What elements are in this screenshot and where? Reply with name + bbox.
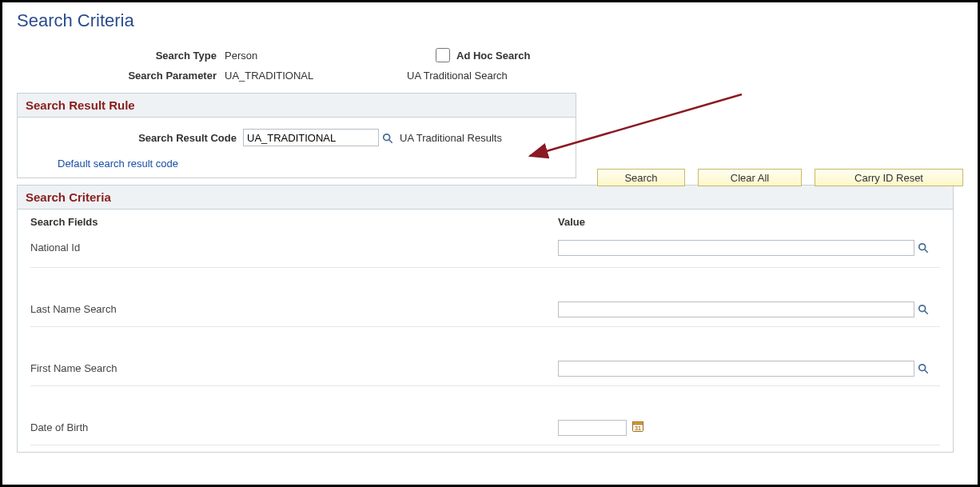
field-label-last-name: Last Name Search: [30, 303, 558, 315]
last-name-search-input[interactable]: [558, 301, 914, 317]
first-name-lookup-icon[interactable]: [918, 362, 929, 375]
carry-id-reset-button[interactable]: Carry ID Reset: [815, 169, 963, 186]
search-fields-column-header: Search Fields: [30, 216, 558, 228]
calendar-icon[interactable]: 31: [631, 420, 644, 435]
date-of-birth-input[interactable]: [558, 420, 627, 436]
national-id-input[interactable]: [558, 240, 914, 256]
page-title: Search Criteria: [17, 10, 963, 31]
first-name-search-input[interactable]: [558, 361, 914, 377]
search-parameter-label: Search Parameter: [17, 70, 225, 82]
svg-line-3: [925, 249, 928, 253]
search-result-rule-section: Search Result Rule Search Result Code UA…: [17, 93, 576, 178]
search-result-code-input[interactable]: [243, 129, 379, 146]
search-type-label: Search Type: [17, 50, 225, 62]
search-result-code-lookup-icon[interactable]: [382, 131, 393, 144]
search-criteria-section: Search Criteria Search Fields Value Nati…: [17, 185, 954, 453]
field-label-date-of-birth: Date of Birth: [30, 421, 558, 433]
ad-hoc-search-label: Ad Hoc Search: [456, 50, 530, 62]
national-id-lookup-icon[interactable]: [918, 242, 929, 254]
value-column-header: Value: [558, 216, 940, 228]
search-parameter-description: UA Traditional Search: [407, 70, 508, 82]
search-type-value: Person: [225, 50, 400, 62]
ad-hoc-search-checkbox[interactable]: [436, 48, 450, 62]
field-label-first-name: First Name Search: [30, 362, 558, 374]
default-search-result-code-link[interactable]: Default search result code: [58, 158, 178, 170]
search-result-code-description: UA Traditional Results: [400, 132, 502, 144]
svg-text:31: 31: [635, 425, 641, 431]
search-criteria-header: Search Criteria: [18, 186, 953, 210]
svg-rect-9: [633, 422, 643, 425]
svg-line-1: [389, 140, 392, 143]
svg-line-5: [925, 311, 928, 314]
search-button[interactable]: Search: [597, 169, 685, 186]
search-result-rule-header: Search Result Rule: [18, 94, 576, 118]
clear-all-button[interactable]: Clear All: [698, 169, 802, 186]
last-name-lookup-icon[interactable]: [918, 303, 929, 316]
search-parameter-value: UA_TRADITIONAL: [225, 70, 329, 82]
field-label-national-id: National Id: [30, 242, 558, 253]
svg-line-7: [925, 370, 928, 373]
search-result-code-label: Search Result Code: [26, 132, 243, 144]
